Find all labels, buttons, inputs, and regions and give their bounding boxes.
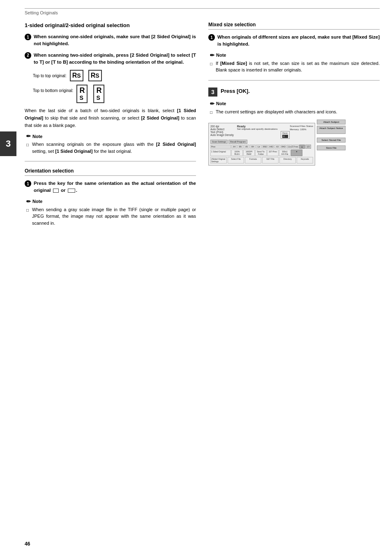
landscape-icon xyxy=(53,189,59,193)
mixed-size-title: Mixed size selection xyxy=(208,22,380,30)
step-2-text: When scanning two-sided originals, press… xyxy=(34,52,196,66)
machine-memory: Memory: 100% xyxy=(290,128,313,131)
top-to-top-label: Top to top original: xyxy=(33,73,67,78)
orientation-step-1-text: Press the key for the same orientation a… xyxy=(34,180,196,194)
step-1-block: 1 When scanning one-sided originals, mak… xyxy=(25,33,196,48)
note-item-mixed-size-1: □ If [Mixed Size] is not set, the scan s… xyxy=(210,60,380,74)
top-to-top-row: Top to top original: RS RS xyxy=(33,70,196,81)
machine-screen-wrapper: 200 dpi Auto Detect Text (Print) Auto Im… xyxy=(208,120,380,169)
top-to-bottom-label: Top to bottom original: xyxy=(33,88,73,93)
note-title-orientation: ✏ Note xyxy=(26,198,196,205)
rs-vertical-right: R S xyxy=(93,85,104,103)
step-1-circle: 1 xyxy=(25,34,31,40)
press-ok-step-number: 3 xyxy=(208,88,217,97)
note-item-press-ok-1: □ The current settings are displayed wit… xyxy=(210,108,380,115)
note-block-mixed-size: ✏ Note □ If [Mixed Size] is not set, the… xyxy=(208,52,380,74)
note-item-sided-1: □ When scanning originals on the exposur… xyxy=(26,141,196,154)
attach-subject-btn[interactable]: Attach Subject xyxy=(317,120,346,124)
orientation-section: Orientation selection 1 Press the key fo… xyxy=(25,168,196,226)
press-ok-text: Press [OK]. xyxy=(221,87,250,97)
portrait-icon xyxy=(68,189,75,193)
note-block-press-ok: ✏ Note □ The current settings are displa… xyxy=(208,101,380,115)
header-text: Setting Originals xyxy=(25,10,58,15)
divider-2 xyxy=(208,80,380,81)
press-ok-step: 3 Press [OK]. xyxy=(208,87,380,97)
divider-1 xyxy=(25,161,196,161)
note-title-sided: ✏ Note xyxy=(26,133,196,139)
step-2-block: 2 When scanning two-sided originals, pre… xyxy=(25,52,196,66)
two-column-layout: 1-sided original/2-sided original select… xyxy=(25,22,380,231)
machine-dest-num: 0 xyxy=(282,135,288,138)
page-number: 46 xyxy=(25,541,30,547)
mixed-size-section: Mixed size selection 1 When originals of… xyxy=(208,22,380,74)
rs-box-r1: RS xyxy=(70,70,83,81)
orientation-step-1-circle: 1 xyxy=(25,180,31,187)
left-column: 1-sided original/2-sided original select… xyxy=(25,22,196,231)
orientation-diagrams: Top to top original: RS RS Top to bottom… xyxy=(33,70,196,103)
select-stored-file-btn[interactable]: Select Stored File xyxy=(317,138,346,143)
top-to-bottom-row: Top to bottom original: R S R S xyxy=(33,85,196,103)
step-1-text: When scanning one-sided originals, make … xyxy=(34,33,196,48)
attach-subject-btn2[interactable]: Attach Subject Notice xyxy=(317,126,346,134)
machine-status: Ready Set originals and specify destinat… xyxy=(237,125,290,139)
top-to-top-diagram: RS RS xyxy=(70,70,104,81)
orientation-step-1-block: 1 Press the key for the same orientation… xyxy=(25,180,196,194)
orientation-section-title: Orientation selection xyxy=(25,168,196,176)
top-to-bottom-diagram: R S R S xyxy=(76,85,104,103)
grid-label-prev: Prev xyxy=(210,145,231,149)
store-file-btn[interactable]: Store File xyxy=(317,145,346,150)
note-item-orientation-1: □ When sending a gray scale image file i… xyxy=(26,206,196,227)
sided-selection-title: 1-sided original/2-sided original select… xyxy=(25,22,196,29)
machine-set-msg: Set originals and specify destinations xyxy=(237,128,290,130)
right-column: Mixed size selection 1 When originals of… xyxy=(208,22,380,231)
page-container: 3 Setting Originals 1-sided original/2-s… xyxy=(0,0,392,555)
machine-tab-recall[interactable]: Recall Program xyxy=(228,140,247,144)
machine-ready: Ready xyxy=(237,125,290,128)
rs-vertical-left: R S xyxy=(76,85,88,103)
machine-right-panel: Attach Subject Attach Subject Notice Sel… xyxy=(317,120,346,169)
note-block-orientation: ✏ Note □ When sending a gray scale image… xyxy=(25,198,196,227)
machine-counter-area: Dest. 0 xyxy=(237,131,290,139)
machine-top-bar: 200 dpi Auto Detect Text (Print) Auto Im… xyxy=(210,125,313,139)
mixed-size-step-text: When originals of different sizes are pl… xyxy=(217,34,380,48)
body-text-sided: When the last side of a batch of two-sid… xyxy=(25,107,196,129)
machine-tabs: Scan Settings Recall Program xyxy=(210,140,313,144)
machine-right-status: Scanned Files Status Memory: 100% xyxy=(290,125,313,139)
machine-bottom-grid: 1 Sided Original 100%BLEU 100DPIB&W Send… xyxy=(210,150,313,156)
sided-selection-section: 1-sided original/2-sided original select… xyxy=(25,22,196,154)
machine-tab-scan[interactable]: Scan Settings xyxy=(210,140,228,144)
machine-scanned-files: Scanned Files Status xyxy=(290,125,313,127)
machine-scan-grid: Prev A4 B5 A5 B4 Ltr B5D A4D A3 B4D 11x1… xyxy=(210,145,313,149)
page-header: Setting Originals xyxy=(25,8,380,15)
chapter-number: 3 xyxy=(6,138,11,149)
rs-box-r2: RS xyxy=(88,70,102,81)
mixed-size-step-1: 1 When originals of different sizes are … xyxy=(208,34,380,48)
machine-dpi: 200 dpi Auto Detect Text (Print) Auto Im… xyxy=(210,125,234,139)
note-title-mixed-size: ✏ Note xyxy=(210,52,380,58)
mixed-size-step-circle: 1 xyxy=(208,34,215,41)
chapter-tab: 3 xyxy=(0,131,16,156)
machine-last-row: 2Sided Original Settings Select File For… xyxy=(210,157,313,164)
note-title-press-ok: ✏ Note xyxy=(210,101,380,107)
machine-screen: 200 dpi Auto Detect Text (Print) Auto Im… xyxy=(208,123,315,166)
machine-dest: Dest. 0 xyxy=(281,131,290,139)
note-block-sided: ✏ Note □ When scanning originals on the … xyxy=(25,133,196,154)
step-2-circle: 2 xyxy=(25,52,31,59)
machine-screen-layout: 200 dpi Auto Detect Text (Print) Auto Im… xyxy=(208,120,380,169)
